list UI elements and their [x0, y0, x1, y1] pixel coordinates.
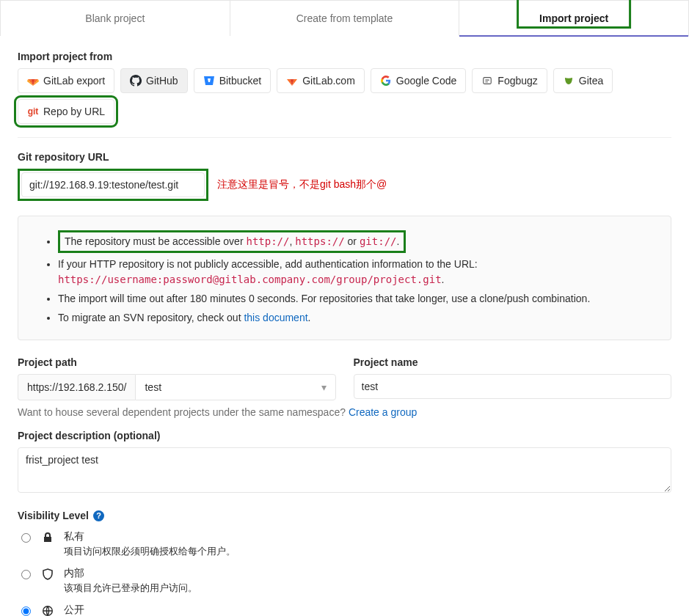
source-gitlab-export[interactable]: GitLab export — [18, 68, 114, 93]
project-path-select[interactable]: test ▾ — [135, 374, 335, 400]
project-name-label: Project name — [354, 356, 672, 368]
source-github[interactable]: GitHub — [120, 68, 188, 93]
lock-icon — [42, 532, 55, 546]
source-google-code[interactable]: Google Code — [371, 68, 467, 93]
git-repo-url-input[interactable] — [21, 172, 205, 197]
visibility-internal[interactable]: 内部 该项目允许已登录的用户访问。 — [18, 567, 671, 595]
gitlab-icon — [286, 75, 298, 87]
info-line-timeout: The import will time out after 180 minut… — [58, 291, 656, 307]
bitbucket-icon — [203, 75, 215, 87]
divider — [18, 137, 671, 138]
project-name-input[interactable] — [354, 374, 672, 399]
project-path-label: Project path — [18, 356, 336, 368]
info-line-protocols: The repository must be accessible over h… — [58, 230, 656, 253]
help-icon[interactable]: ? — [93, 510, 104, 521]
git-icon: git — [27, 106, 39, 117]
source-gitea[interactable]: Gitea — [553, 68, 613, 93]
visibility-level-label: Visibility Level ? — [18, 510, 671, 521]
svg-rect-0 — [484, 78, 492, 84]
tab-blank-project[interactable]: Blank project — [1, 1, 230, 36]
tab-import-project[interactable]: Import project Import project — [459, 1, 688, 36]
create-group-link[interactable]: Create a group — [349, 406, 417, 418]
repo-url-annotation: 注意这里是冒号，不是git bash那个@ — [217, 178, 387, 191]
project-creation-tabs: Blank project Create from template Impor… — [0, 0, 689, 36]
google-icon — [380, 75, 392, 87]
git-repo-url-label: Git repository URL — [18, 151, 671, 163]
visibility-public-radio[interactable] — [21, 606, 31, 616]
globe-icon — [42, 605, 55, 616]
visibility-public[interactable]: 公开 该项目允许任何人访问。 — [18, 604, 671, 616]
info-line-svn: To migrate an SVN repository, check out … — [58, 310, 656, 326]
import-source-row: GitLab export GitHub Bitbucket GitLab.co… — [18, 68, 671, 124]
visibility-internal-radio[interactable] — [21, 570, 31, 579]
github-icon — [130, 75, 142, 87]
import-from-label: Import project from — [18, 51, 671, 62]
source-gitlab-com[interactable]: GitLab.com — [277, 68, 365, 93]
highlight-box-repo-url — [18, 169, 208, 201]
gitlab-icon — [27, 75, 39, 87]
visibility-private-radio[interactable] — [21, 533, 31, 543]
namespace-hint: Want to house several dependent projects… — [18, 406, 671, 418]
svn-doc-link[interactable]: this document — [244, 312, 307, 323]
project-description-input[interactable] — [18, 447, 671, 493]
chevron-down-icon: ▾ — [321, 381, 327, 393]
source-fogbugz[interactable]: Fogbugz — [472, 68, 547, 93]
visibility-private[interactable]: 私有 项目访问权限必须明确授权给每个用户。 — [18, 530, 671, 558]
project-description-label: Project description (optional) — [18, 430, 671, 441]
shield-icon — [42, 568, 55, 582]
import-info-panel: The repository must be accessible over h… — [18, 216, 671, 340]
source-repo-by-url[interactable]: git Repo by URL — [18, 99, 114, 124]
info-line-auth: If your HTTP repository is not publicly … — [58, 257, 656, 287]
tab-create-from-template[interactable]: Create from template — [230, 1, 460, 36]
highlight-box-protocols: The repository must be accessible over h… — [58, 230, 406, 253]
project-path-prefix: https://192.168.2.150/ — [18, 374, 135, 400]
fogbugz-icon — [481, 75, 493, 87]
gitea-icon — [563, 75, 575, 87]
source-bitbucket[interactable]: Bitbucket — [194, 68, 271, 93]
